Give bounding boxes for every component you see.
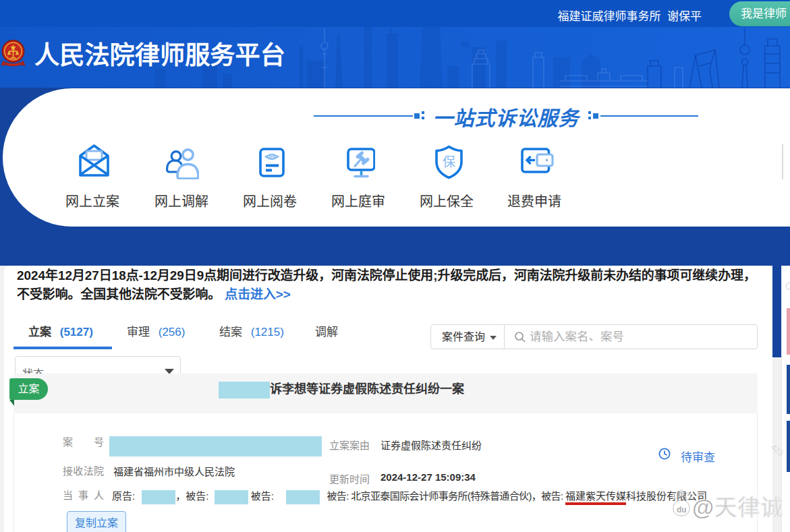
svg-text:保: 保: [443, 155, 455, 169]
svg-text:du: du: [677, 505, 687, 514]
svg-text:@天律诚: @天律诚: [692, 495, 783, 520]
